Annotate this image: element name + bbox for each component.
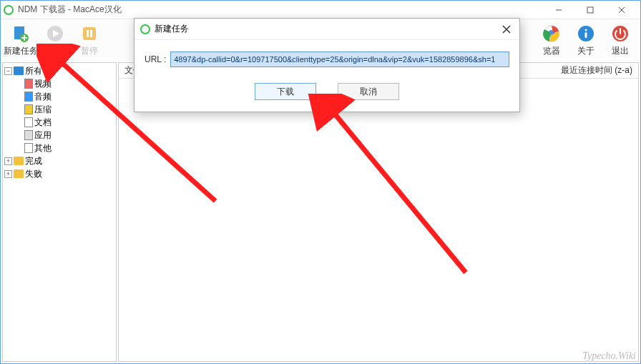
button-label: 下载 [277, 86, 294, 98]
play-icon [45, 24, 65, 44]
tree-label: 音频 [34, 91, 52, 103]
tree-document[interactable]: 文档 [4, 116, 114, 129]
tree-label: 其他 [34, 142, 52, 154]
tree-failed[interactable]: +失败 [4, 167, 114, 180]
toolbar-label: 恢复 [47, 45, 64, 57]
other-icon [24, 143, 33, 153]
info-icon [576, 24, 596, 44]
folder-icon [14, 169, 24, 178]
tree-video[interactable]: 视频 [4, 77, 114, 90]
cancel-button[interactable]: 取消 [338, 83, 399, 100]
download-button[interactable]: 下载 [255, 83, 316, 100]
titlebar: NDM 下载器 - MacAce汉化 [1, 1, 640, 19]
folder-icon [14, 67, 24, 75]
url-label: URL : [145, 54, 166, 64]
browser-icon [542, 24, 562, 44]
tree-label: 文档 [34, 117, 52, 129]
new-task-icon [11, 24, 31, 44]
video-icon [24, 79, 33, 89]
tree-label: 视频 [34, 78, 52, 90]
about-button[interactable]: 关于 [569, 21, 603, 59]
archive-icon [24, 104, 33, 114]
dialog-body: URL : 下载 取消 [134, 40, 519, 112]
tree-done[interactable]: +完成 [4, 154, 114, 167]
toolbar-label: 关于 [577, 45, 594, 57]
toolbar-label: 览器 [543, 45, 560, 57]
svg-rect-1 [587, 7, 593, 13]
app-logo-icon [4, 5, 14, 15]
new-task-button[interactable]: 新建任务 [4, 21, 38, 59]
minimize-button[interactable] [543, 1, 574, 19]
tree-all[interactable]: −所有 [4, 64, 114, 77]
col-time[interactable]: 最近连接时间 (z-a) [561, 64, 632, 77]
app-icon [24, 130, 33, 140]
collapse-icon[interactable]: − [4, 67, 12, 75]
watermark: Typecho.Wiki [582, 350, 636, 362]
audio-icon [24, 92, 33, 102]
toolbar-label: 暂停 [81, 45, 98, 57]
window-controls [543, 1, 637, 19]
svg-rect-17 [585, 32, 587, 38]
tree-label: 失败 [25, 168, 42, 180]
toolbar-label: 退出 [612, 45, 629, 57]
url-row: URL : [145, 51, 509, 67]
folder-icon [14, 157, 24, 165]
svg-rect-12 [90, 30, 92, 37]
exit-button[interactable]: 退出 [603, 21, 637, 59]
pause-icon [79, 24, 99, 44]
document-icon [24, 117, 33, 127]
close-button[interactable] [606, 1, 637, 19]
url-input[interactable] [170, 51, 509, 67]
svg-rect-11 [87, 30, 89, 37]
sidebar-tree[interactable]: −所有 视频 音频 压缩 文档 应用 其他 +完成 +失败 [2, 62, 117, 362]
dialog-titlebar: 新建任务 [134, 19, 519, 40]
maximize-button[interactable] [574, 1, 606, 19]
tree-label: 压缩 [34, 104, 52, 116]
new-task-dialog: 新建任务 URL : 下载 取消 [134, 18, 520, 112]
dialog-buttons: 下载 取消 [145, 83, 509, 100]
tree-app[interactable]: 应用 [4, 129, 114, 142]
tree-label: 应用 [34, 129, 52, 142]
toolbar-label: 新建任务 [4, 45, 38, 57]
svg-point-16 [585, 29, 587, 31]
dialog-logo-icon [140, 24, 150, 34]
pause-button[interactable]: 暂停 [72, 21, 107, 59]
tree-audio[interactable]: 音频 [4, 90, 114, 103]
svg-rect-10 [83, 27, 96, 40]
tree-archive[interactable]: 压缩 [4, 103, 114, 116]
expand-icon[interactable]: + [4, 170, 12, 178]
power-icon [610, 24, 630, 44]
expand-icon[interactable]: + [4, 157, 12, 165]
dialog-title: 新建任务 [155, 23, 189, 35]
tree-label: 完成 [25, 155, 42, 167]
tree-other[interactable]: 其他 [4, 142, 114, 154]
tree-label: 所有 [25, 65, 42, 77]
button-label: 取消 [360, 86, 377, 98]
browser-button[interactable]: 览器 [534, 21, 569, 59]
window-title: NDM 下载器 - MacAce汉化 [18, 4, 543, 16]
dialog-close-button[interactable] [499, 22, 514, 36]
resume-button[interactable]: 恢复 [38, 21, 72, 59]
